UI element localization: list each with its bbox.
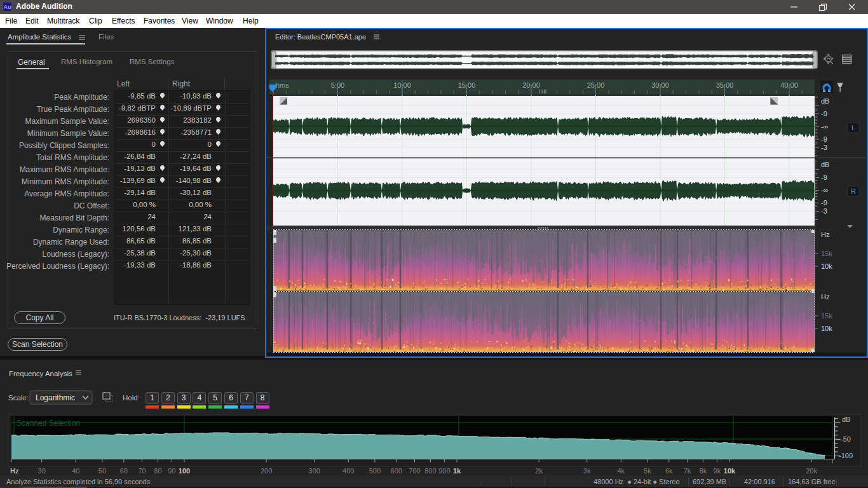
svg-text:3k: 3k [583, 467, 591, 475]
svg-text:600: 600 [391, 467, 402, 475]
svg-text:-9: -9 [821, 135, 827, 143]
svg-text:Scale:: Scale: [8, 394, 29, 402]
svg-text:L: L [851, 124, 855, 132]
svg-text:30: 30 [38, 467, 46, 475]
svg-text:4k: 4k [617, 467, 625, 475]
svg-text:800: 800 [424, 467, 436, 475]
svg-text:700: 700 [409, 467, 420, 475]
svg-text:10k: 10k [821, 325, 832, 332]
svg-text:R: R [851, 187, 856, 195]
svg-text:-50: -50 [841, 435, 851, 443]
svg-text:70: 70 [138, 467, 146, 475]
svg-text:Editor: BeatlesCMP05A1.ape: Editor: BeatlesCMP05A1.ape [275, 33, 366, 41]
svg-text:10k: 10k [821, 262, 832, 270]
svg-text:15k: 15k [821, 250, 832, 257]
svg-text:7k: 7k [684, 467, 691, 475]
svg-text:6k: 6k [665, 467, 673, 475]
svg-text:dB: dB [821, 161, 829, 168]
svg-text:1k: 1k [453, 467, 461, 475]
svg-text:10k: 10k [724, 467, 736, 475]
svg-text:900: 900 [438, 467, 450, 475]
svg-text:Logarithmic: Logarithmic [36, 393, 75, 402]
svg-text:500: 500 [369, 467, 381, 475]
svg-text:-9: -9 [821, 173, 827, 181]
svg-text:dB: dB [842, 416, 850, 423]
svg-text:200: 200 [261, 467, 272, 475]
svg-text:20k: 20k [806, 467, 817, 475]
svg-text:Hz: Hz [821, 231, 829, 238]
svg-text:Hz: Hz [10, 467, 19, 475]
svg-text:100: 100 [179, 467, 190, 475]
svg-text:15k: 15k [821, 312, 832, 320]
svg-text:dB: dB [821, 97, 829, 105]
svg-text:-∞: -∞ [821, 123, 829, 130]
svg-text:-9: -9 [821, 199, 827, 207]
svg-text:9k: 9k [714, 467, 721, 475]
svg-text:Scanned Selection: Scanned Selection [17, 419, 80, 428]
svg-text:Hold:: Hold: [123, 394, 140, 402]
svg-text:-3: -3 [821, 207, 827, 215]
svg-text:hms: hms [276, 81, 289, 89]
svg-text:Frequency Analysis: Frequency Analysis [9, 370, 72, 377]
svg-text:90: 90 [168, 467, 175, 475]
svg-text:2k: 2k [535, 467, 543, 475]
svg-text:-100: -100 [839, 452, 853, 459]
svg-text:Hz: Hz [821, 293, 829, 301]
svg-text:8k: 8k [700, 467, 707, 475]
svg-text:-∞: -∞ [821, 186, 829, 194]
svg-text:5k: 5k [644, 467, 651, 475]
svg-text:40: 40 [72, 467, 79, 475]
svg-text:400: 400 [342, 467, 354, 475]
svg-text:80: 80 [154, 467, 161, 475]
svg-text:-3: -3 [821, 144, 827, 151]
svg-text:60: 60 [120, 467, 128, 475]
svg-text:50: 50 [98, 467, 106, 475]
svg-text:-9: -9 [821, 110, 827, 118]
svg-text:300: 300 [309, 467, 320, 475]
